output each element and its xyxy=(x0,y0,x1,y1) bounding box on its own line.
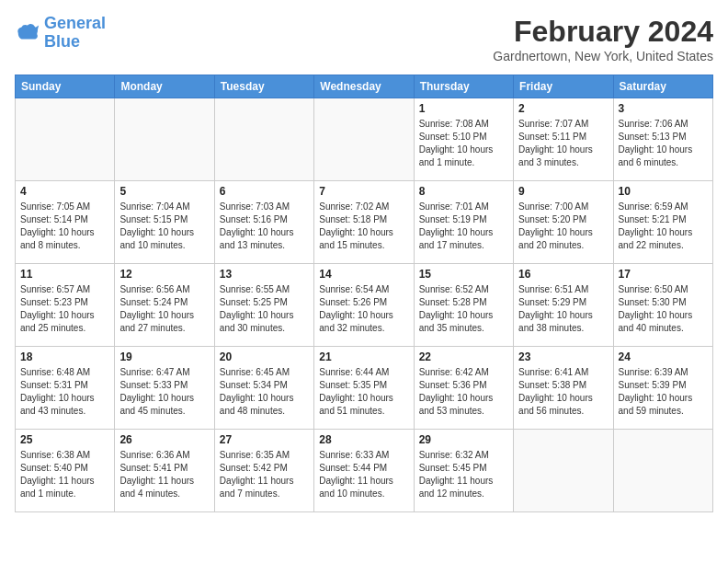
day-number: 8 xyxy=(419,185,508,198)
week-row-1: 1Sunrise: 7:08 AM Sunset: 5:10 PM Daylig… xyxy=(16,98,713,181)
day-number: 3 xyxy=(619,102,708,115)
month-year: February 2024 xyxy=(493,15,713,49)
day-info: Sunrise: 6:45 AM Sunset: 5:34 PM Dayligh… xyxy=(220,366,309,418)
day-info: Sunrise: 6:50 AM Sunset: 5:30 PM Dayligh… xyxy=(619,283,708,335)
day-number: 4 xyxy=(20,185,109,198)
day-info: Sunrise: 6:56 AM Sunset: 5:24 PM Dayligh… xyxy=(119,283,209,335)
col-saturday: Saturday xyxy=(613,75,712,98)
day-cell-2-0: 11Sunrise: 6:57 AM Sunset: 5:23 PM Dayli… xyxy=(16,264,115,347)
logo-line2: Blue xyxy=(44,32,80,51)
day-number: 6 xyxy=(220,185,309,198)
day-cell-4-4: 29Sunrise: 6:32 AM Sunset: 5:45 PM Dayli… xyxy=(414,430,513,512)
day-cell-4-3: 28Sunrise: 6:33 AM Sunset: 5:44 PM Dayli… xyxy=(314,430,414,512)
day-cell-3-4: 22Sunrise: 6:42 AM Sunset: 5:36 PM Dayli… xyxy=(414,347,513,430)
location: Gardnertown, New York, United States xyxy=(493,49,713,63)
day-cell-3-2: 20Sunrise: 6:45 AM Sunset: 5:34 PM Dayli… xyxy=(214,347,313,430)
day-cell-2-4: 15Sunrise: 6:52 AM Sunset: 5:28 PM Dayli… xyxy=(414,264,513,347)
day-number: 14 xyxy=(319,268,408,281)
calendar-table: Sunday Monday Tuesday Wednesday Thursday… xyxy=(15,75,713,512)
day-cell-1-5: 9Sunrise: 7:00 AM Sunset: 5:20 PM Daylig… xyxy=(514,181,613,264)
day-number: 20 xyxy=(220,350,309,363)
day-cell-4-6 xyxy=(613,430,712,512)
col-friday: Friday xyxy=(514,75,613,98)
day-info: Sunrise: 6:38 AM Sunset: 5:40 PM Dayligh… xyxy=(20,449,109,500)
day-cell-1-4: 8Sunrise: 7:01 AM Sunset: 5:19 PM Daylig… xyxy=(414,181,513,264)
day-cell-4-1: 26Sunrise: 6:36 AM Sunset: 5:41 PM Dayli… xyxy=(115,430,214,512)
title-block: February 2024 Gardnertown, New York, Uni… xyxy=(493,15,713,63)
day-cell-2-2: 13Sunrise: 6:55 AM Sunset: 5:25 PM Dayli… xyxy=(214,264,313,347)
col-wednesday: Wednesday xyxy=(314,75,414,98)
day-cell-2-1: 12Sunrise: 6:56 AM Sunset: 5:24 PM Dayli… xyxy=(115,264,214,347)
day-number: 13 xyxy=(220,268,309,281)
day-number: 24 xyxy=(619,350,708,363)
day-info: Sunrise: 6:57 AM Sunset: 5:23 PM Dayligh… xyxy=(20,283,109,335)
day-number: 18 xyxy=(20,350,109,363)
day-cell-3-1: 19Sunrise: 6:47 AM Sunset: 5:33 PM Dayli… xyxy=(115,347,214,430)
day-number: 26 xyxy=(119,433,209,446)
day-info: Sunrise: 6:54 AM Sunset: 5:26 PM Dayligh… xyxy=(319,283,408,335)
day-info: Sunrise: 6:52 AM Sunset: 5:28 PM Dayligh… xyxy=(419,283,508,335)
day-info: Sunrise: 7:00 AM Sunset: 5:20 PM Dayligh… xyxy=(518,201,608,252)
day-cell-1-1: 5Sunrise: 7:04 AM Sunset: 5:15 PM Daylig… xyxy=(115,181,214,264)
day-number: 15 xyxy=(419,268,508,281)
day-info: Sunrise: 7:01 AM Sunset: 5:19 PM Dayligh… xyxy=(419,201,508,252)
day-info: Sunrise: 6:48 AM Sunset: 5:31 PM Dayligh… xyxy=(20,366,109,418)
day-cell-3-5: 23Sunrise: 6:41 AM Sunset: 5:38 PM Dayli… xyxy=(514,347,613,430)
day-number: 5 xyxy=(119,185,209,198)
day-cell-4-5 xyxy=(514,430,613,512)
day-number: 12 xyxy=(119,268,209,281)
day-info: Sunrise: 6:55 AM Sunset: 5:25 PM Dayligh… xyxy=(220,283,309,335)
logo: General Blue xyxy=(15,15,106,52)
day-cell-3-6: 24Sunrise: 6:39 AM Sunset: 5:39 PM Dayli… xyxy=(613,347,712,430)
col-tuesday: Tuesday xyxy=(214,75,313,98)
col-monday: Monday xyxy=(115,75,214,98)
logo-text: General Blue xyxy=(44,15,106,52)
day-cell-1-6: 10Sunrise: 6:59 AM Sunset: 5:21 PM Dayli… xyxy=(613,181,712,264)
day-info: Sunrise: 6:44 AM Sunset: 5:35 PM Dayligh… xyxy=(319,366,408,418)
day-info: Sunrise: 6:41 AM Sunset: 5:38 PM Dayligh… xyxy=(518,366,608,418)
day-number: 9 xyxy=(518,185,608,198)
day-cell-1-0: 4Sunrise: 7:05 AM Sunset: 5:14 PM Daylig… xyxy=(16,181,115,264)
day-number: 19 xyxy=(119,350,209,363)
day-cell-2-6: 17Sunrise: 6:50 AM Sunset: 5:30 PM Dayli… xyxy=(613,264,712,347)
logo-wrapper: General Blue xyxy=(15,15,106,52)
logo-line1: General xyxy=(44,14,106,32)
day-info: Sunrise: 6:42 AM Sunset: 5:36 PM Dayligh… xyxy=(419,366,508,418)
logo-icon xyxy=(15,20,40,46)
day-cell-0-4: 1Sunrise: 7:08 AM Sunset: 5:10 PM Daylig… xyxy=(414,98,513,181)
day-info: Sunrise: 6:51 AM Sunset: 5:29 PM Dayligh… xyxy=(518,283,608,335)
day-info: Sunrise: 7:05 AM Sunset: 5:14 PM Dayligh… xyxy=(20,201,109,252)
day-cell-1-3: 7Sunrise: 7:02 AM Sunset: 5:18 PM Daylig… xyxy=(314,181,414,264)
day-number: 29 xyxy=(419,433,508,446)
week-row-3: 11Sunrise: 6:57 AM Sunset: 5:23 PM Dayli… xyxy=(16,264,713,347)
week-row-5: 25Sunrise: 6:38 AM Sunset: 5:40 PM Dayli… xyxy=(16,430,713,512)
day-cell-0-5: 2Sunrise: 7:07 AM Sunset: 5:11 PM Daylig… xyxy=(514,98,613,181)
day-info: Sunrise: 6:35 AM Sunset: 5:42 PM Dayligh… xyxy=(220,449,309,500)
page-header: General Blue February 2024 Gardnertown, … xyxy=(15,15,713,63)
col-thursday: Thursday xyxy=(414,75,513,98)
day-info: Sunrise: 6:59 AM Sunset: 5:21 PM Dayligh… xyxy=(619,201,708,252)
day-number: 7 xyxy=(319,185,408,198)
day-number: 25 xyxy=(20,433,109,446)
day-cell-1-2: 6Sunrise: 7:03 AM Sunset: 5:16 PM Daylig… xyxy=(214,181,313,264)
day-number: 11 xyxy=(20,268,109,281)
day-cell-0-3 xyxy=(314,98,414,181)
day-info: Sunrise: 7:08 AM Sunset: 5:10 PM Dayligh… xyxy=(419,118,508,169)
day-number: 2 xyxy=(518,102,608,115)
week-row-4: 18Sunrise: 6:48 AM Sunset: 5:31 PM Dayli… xyxy=(16,347,713,430)
day-number: 1 xyxy=(419,102,508,115)
day-info: Sunrise: 6:47 AM Sunset: 5:33 PM Dayligh… xyxy=(119,366,209,418)
day-info: Sunrise: 7:03 AM Sunset: 5:16 PM Dayligh… xyxy=(220,201,309,252)
day-cell-2-5: 16Sunrise: 6:51 AM Sunset: 5:29 PM Dayli… xyxy=(514,264,613,347)
day-info: Sunrise: 6:39 AM Sunset: 5:39 PM Dayligh… xyxy=(619,366,708,418)
day-info: Sunrise: 7:07 AM Sunset: 5:11 PM Dayligh… xyxy=(518,118,608,169)
day-info: Sunrise: 7:02 AM Sunset: 5:18 PM Dayligh… xyxy=(319,201,408,252)
week-row-2: 4Sunrise: 7:05 AM Sunset: 5:14 PM Daylig… xyxy=(16,181,713,264)
day-info: Sunrise: 7:06 AM Sunset: 5:13 PM Dayligh… xyxy=(619,118,708,169)
day-info: Sunrise: 7:04 AM Sunset: 5:15 PM Dayligh… xyxy=(119,201,209,252)
day-number: 21 xyxy=(319,350,408,363)
day-number: 23 xyxy=(518,350,608,363)
day-number: 22 xyxy=(419,350,508,363)
day-cell-3-3: 21Sunrise: 6:44 AM Sunset: 5:35 PM Dayli… xyxy=(314,347,414,430)
day-number: 16 xyxy=(518,268,608,281)
